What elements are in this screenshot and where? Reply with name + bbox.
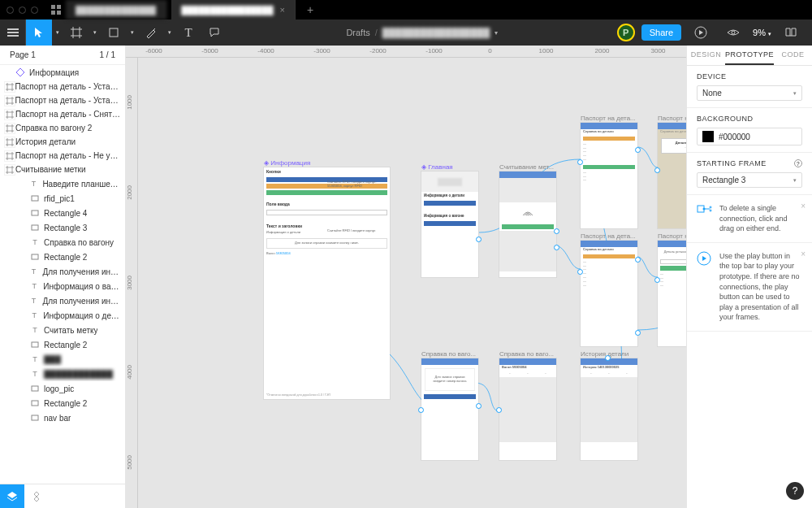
prototype-node-icon[interactable]	[476, 403, 482, 409]
prototype-node-icon[interactable]	[554, 245, 559, 250]
traffic-light-close-icon[interactable]	[6, 7, 14, 14]
prototype-node-icon[interactable]	[577, 159, 583, 165]
layer-row[interactable]: Rectangle 2	[0, 337, 125, 352]
shape-tool-dropdown-icon[interactable]: ▾	[127, 20, 138, 46]
share-button[interactable]: Share	[641, 24, 681, 41]
file-tab-active[interactable]: ████████████████ ×	[171, 0, 296, 20]
text-tool-button[interactable]: T	[175, 20, 201, 46]
frame-passport-3[interactable]: Паспорт на дета... Справка по детали ···…	[581, 241, 637, 346]
layer-row[interactable]: ›Паспорт на деталь - Устано...	[0, 93, 125, 107]
prototype-node-icon[interactable]	[554, 228, 559, 234]
canvas[interactable]: -6000-5000-4000-3000-2000-10000100020003…	[126, 46, 686, 508]
view-settings-button[interactable]	[720, 20, 746, 46]
layer-row[interactable]: TДля получения информ...	[0, 293, 125, 308]
file-tab-inactive[interactable]: ██████████████	[66, 0, 166, 20]
starting-frame-select[interactable]: Rectangle 3 ▾	[697, 172, 802, 188]
layer-row[interactable]: ›Паспорт на деталь - Снятие	[0, 107, 125, 121]
help-resources-icon[interactable]	[778, 20, 804, 46]
assets-tab-button[interactable]	[24, 484, 49, 508]
frame-tool-dropdown-icon[interactable]: ▾	[89, 20, 101, 46]
prototype-node-icon[interactable]	[654, 167, 660, 173]
layer-row[interactable]: ›Паспорт на деталь - Устано...	[0, 80, 125, 93]
new-tab-button[interactable]: +	[300, 3, 320, 16]
close-icon[interactable]: ×	[801, 250, 806, 258]
layer-row[interactable]: Rectangle 2	[0, 250, 125, 264]
info-icon[interactable]: ?	[794, 159, 802, 167]
traffic-light-max-icon[interactable]	[31, 7, 38, 14]
frame-passport-4[interactable]: Паспорт на дета... Деталь установлена на…	[658, 241, 686, 346]
layer-row[interactable]: rfid_pic1	[0, 191, 125, 206]
present-button[interactable]	[688, 20, 714, 46]
layer-row[interactable]: TСправка по вагону	[0, 235, 125, 250]
frame-history[interactable]: История детали История 140130000025 ····…	[581, 358, 637, 460]
frame-tool-button[interactable]	[63, 20, 89, 46]
main-menu-button[interactable]	[0, 20, 26, 46]
svg-rect-9	[32, 225, 38, 230]
layer-row[interactable]: Rectangle 2	[0, 396, 125, 410]
layer-row[interactable]: TНаведите планшет на м...	[0, 176, 125, 191]
prototype-node-icon[interactable]	[635, 330, 641, 336]
layer-row[interactable]: Rectangle 3	[0, 220, 125, 235]
user-avatar[interactable]: P	[617, 24, 635, 41]
prototype-node-icon[interactable]	[635, 257, 641, 263]
tab-design[interactable]: DESIGN	[687, 46, 725, 65]
prototype-node-icon[interactable]	[418, 407, 424, 413]
color-swatch[interactable]	[702, 131, 714, 142]
breadcrumb-drafts[interactable]: Drafts	[346, 28, 369, 37]
frame-scan[interactable]: Считывание мет...	[499, 172, 556, 277]
prototype-node-icon[interactable]	[577, 269, 583, 275]
pen-tool-dropdown-icon[interactable]: ▾	[164, 20, 175, 46]
chevron-down-icon[interactable]: ▾	[495, 29, 498, 37]
move-tool-button[interactable]	[26, 20, 52, 46]
shape-tool-button[interactable]	[101, 20, 127, 46]
frame-wagon-ref-1[interactable]: Справка по ваго... Для записи справки вв…	[421, 358, 478, 460]
zoom-level[interactable]: 9% ▾	[753, 28, 771, 37]
breadcrumb-filename[interactable]: █████████████████	[382, 28, 490, 37]
frame-information[interactable]: ◈ Информация Кнопки Считайте RFID / введ…	[264, 167, 390, 399]
close-icon[interactable]: ×	[801, 202, 806, 211]
layer-row[interactable]: TСчитать метку	[0, 323, 125, 337]
comment-tool-button[interactable]	[201, 20, 227, 46]
layer-row[interactable]: Информация	[0, 65, 125, 80]
ruler-tick: -2000	[350, 46, 406, 57]
layer-row[interactable]: nav bar	[0, 410, 125, 425]
layer-row[interactable]: TДля получения информ...	[0, 264, 125, 279]
help-button[interactable]: ?	[786, 482, 804, 500]
prototype-node-icon[interactable]	[605, 355, 611, 361]
frame-wagon-ref-2[interactable]: Справка по ваго... Вагон 59305004 ······…	[499, 358, 556, 460]
text-icon: T	[28, 267, 38, 276]
frame-main[interactable]: ◈ Главная Информация о детали Информация…	[421, 172, 478, 277]
frame-passport-2[interactable]: Паспорт на дета... Справка по детали Дет…	[658, 123, 686, 228]
layer-row[interactable]: TИнформация о вагоне	[0, 279, 125, 293]
layer-row[interactable]: Rectangle 4	[0, 206, 125, 220]
background-color-input[interactable]: #000000	[697, 128, 802, 145]
frame-passport-1[interactable]: Паспорт на дета... Справка по детали ···…	[581, 123, 637, 228]
tab-code[interactable]: CODE	[774, 46, 812, 65]
close-icon[interactable]: ×	[280, 5, 285, 15]
prototype-node-icon[interactable]	[496, 407, 502, 413]
layer-row[interactable]: ›История детали	[0, 135, 125, 149]
prototype-node-icon[interactable]	[476, 237, 482, 242]
layer-label: Информация	[29, 68, 79, 77]
home-grid-icon[interactable]	[51, 5, 61, 15]
layer-row[interactable]: TИнформация о детали	[0, 308, 125, 323]
frame-label: Паспорт на дета...	[581, 115, 636, 122]
layer-row[interactable]: ›Паспорт на деталь - Не уст...	[0, 149, 125, 163]
layer-row[interactable]: ⌄Считывание метки	[0, 163, 125, 176]
prototype-node-icon[interactable]	[635, 147, 641, 153]
prototype-node-icon[interactable]	[654, 277, 660, 283]
layers-tab-button[interactable]	[0, 484, 24, 508]
layer-row[interactable]: T███	[0, 352, 125, 367]
traffic-light-min-icon[interactable]	[19, 7, 26, 14]
layer-row[interactable]: logo_pic	[0, 381, 125, 396]
pages-header[interactable]: Page 1 1 / 1	[0, 46, 125, 65]
tab-prototype[interactable]: PROTOTYPE	[725, 46, 774, 65]
vagon-title: Вагон 59305004	[499, 365, 556, 371]
pen-tool-button[interactable]	[138, 20, 164, 46]
layer-row[interactable]: T████████████	[0, 367, 125, 381]
svg-rect-0	[51, 5, 55, 9]
layer-row[interactable]: ›Справка по вагону 2	[0, 121, 125, 135]
left-bottom-bar	[0, 484, 125, 508]
move-tool-dropdown-icon[interactable]: ▾	[52, 20, 63, 46]
device-select[interactable]: None ▾	[697, 85, 802, 101]
